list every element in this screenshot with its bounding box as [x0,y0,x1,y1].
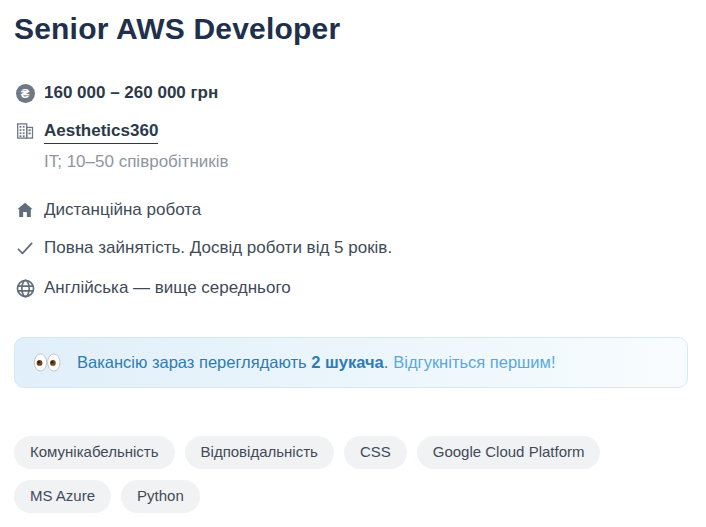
tag-python[interactable]: Python [121,480,200,513]
workplace-value: Дистанційна робота [44,199,201,221]
company-row: Aesthetics360 [14,120,688,144]
viewers-notice-banner: Вакансію зараз переглядають 2 шукача. Ві… [14,337,688,388]
viewers-notice-text: Вакансію зараз переглядають 2 шукача. [77,353,388,372]
tag-css[interactable]: CSS [344,436,407,469]
tag-ms-azure[interactable]: MS Azure [14,480,111,513]
viewers-notice-dot: . [384,353,389,371]
language-row: Англійська — вище середнього [14,277,688,299]
company-block: Aesthetics360 IT; 10–50 співробітників [14,120,688,173]
tag-communication[interactable]: Комунікабельність [14,436,175,469]
viewers-count: 2 шукача [311,353,383,371]
salary-row: ₴ 160 000 – 260 000 грн [14,82,688,104]
globe-icon [14,277,36,299]
employment-value: Повна зайнятість. Досвід роботи від 5 ро… [44,237,392,259]
eyes-emoji-icon [33,353,61,372]
building-icon [14,120,36,142]
company-details: IT; 10–50 співробітників [44,151,688,173]
skill-tags: Комунікабельність Відповідальність CSS G… [14,436,654,513]
employment-row: Повна зайнятість. Досвід роботи від 5 ро… [14,237,688,259]
job-posting-card: Senior AWS Developer ₴ 160 000 – 260 000… [0,0,706,513]
workplace-row: Дистанційна робота [14,199,688,221]
language-value: Англійська — вище середнього [44,277,291,299]
page-title: Senior AWS Developer [14,12,688,46]
home-icon [14,199,36,221]
hryvnia-coin-icon: ₴ [14,82,36,104]
salary-value: 160 000 – 260 000 грн [44,82,218,104]
checkmark-icon [14,237,36,259]
viewers-notice-prefix: Вакансію зараз переглядають [77,353,307,371]
tag-responsibility[interactable]: Відповідальність [185,436,334,469]
company-link[interactable]: Aesthetics360 [44,120,158,144]
tag-google-cloud-platform[interactable]: Google Cloud Platform [417,436,601,469]
respond-first-link[interactable]: Відгукніться першим! [393,353,555,372]
